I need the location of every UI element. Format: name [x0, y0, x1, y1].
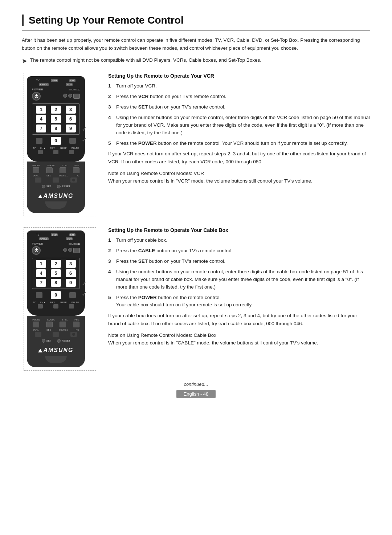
- power-circle-btn[interactable]: ⏻: [32, 92, 41, 101]
- cable-power-circle-btn[interactable]: ⏻: [32, 246, 41, 255]
- lower-btn-4[interactable]: [73, 167, 79, 173]
- cable-bottom-nav-btns: [29, 304, 83, 309]
- arrow-icon: ➤: [22, 56, 27, 66]
- dash-btn-right[interactable]: [69, 138, 76, 144]
- cable-set-circle[interactable]: [42, 339, 45, 343]
- cable-num-5[interactable]: 5: [51, 269, 61, 277]
- cable-num-8[interactable]: 8: [51, 279, 61, 287]
- cable-small-rect-btn[interactable]: [73, 248, 80, 253]
- pmode-label: PMODE: [32, 164, 40, 167]
- cable-dash-btn-left[interactable]: [36, 292, 42, 298]
- vcr-btn: VCR: [66, 83, 73, 86]
- vcr-steps-list: 1 Turn off your VCR. 2 Press the VCR but…: [108, 82, 370, 147]
- cable-check-arrow-2: ✓: [82, 291, 86, 298]
- num-0[interactable]: 0: [51, 137, 61, 145]
- bottom-nav-labels: TV CH▲ PR▼ SLEEP WBLNK: [29, 147, 83, 149]
- cable-source-label: SOURCE⊏: [69, 242, 80, 245]
- cable-step-2: 2 Press the CABLE button on your TV's re…: [108, 247, 370, 255]
- cable-stb-btn: STB: [69, 233, 76, 236]
- cable-reset-btn-group: RESET: [57, 339, 70, 343]
- cable-remote-column: TV DVD STB CABLE VCR POWER SOURCE⊏ ⏻: [22, 227, 98, 371]
- intro-paragraph: After it has been set up properly, your …: [22, 36, 370, 52]
- page-title-section: Setting Up Your Remote Control: [22, 15, 370, 30]
- cable-step-1: 1 Turn off your cable box.: [108, 237, 370, 244]
- cable-step-4: 4 Using the number buttons on your remot…: [108, 268, 370, 291]
- cable-reset-label: RESET: [62, 339, 70, 342]
- cable-num-4[interactable]: 4: [36, 269, 46, 277]
- cable-dbs-label: DBS: [46, 329, 51, 331]
- num-5[interactable]: 5: [51, 115, 61, 123]
- cable-nav-btn-3[interactable]: [69, 304, 74, 309]
- lower-mode-labels: PMODE SMODE STILL PSIZ: [29, 164, 83, 167]
- cable-num-0[interactable]: 0: [51, 291, 61, 299]
- num-7[interactable]: 7: [36, 124, 46, 132]
- cable-pmode-label: PMODE: [32, 319, 40, 321]
- step-text-2: Press the VCR button on your TV's remote…: [116, 93, 226, 101]
- nav-btn-3[interactable]: [69, 150, 74, 154]
- num-1[interactable]: 1: [36, 106, 46, 114]
- cable-wbl-nav-label: WBLNK: [71, 301, 79, 303]
- samsung-logo-container: AMSUNG: [29, 191, 83, 200]
- lower-sub-btns: [29, 177, 83, 183]
- cable-bottom-nav-labels: TV CH▲ PR▼ SLEEP WBLNK: [29, 301, 83, 303]
- nav-btn-1[interactable]: [38, 150, 43, 154]
- cable-reset-circle[interactable]: [57, 339, 61, 343]
- small-btn-1[interactable]: [63, 94, 67, 98]
- cable-check-arrow-1: ✓: [82, 280, 86, 287]
- cable-lower-sub-btn-2[interactable]: [53, 332, 59, 337]
- small-rect-btn[interactable]: [73, 94, 80, 99]
- cable-step-num-4: 4: [108, 268, 116, 291]
- cable-num-6[interactable]: 6: [66, 269, 76, 277]
- cable-lower-btn-3[interactable]: [60, 322, 66, 327]
- cable-dash-btn-right[interactable]: [69, 292, 76, 298]
- lower-btn-1[interactable]: [33, 167, 39, 173]
- cable-num-9[interactable]: 9: [66, 279, 76, 287]
- num-4[interactable]: 4: [36, 115, 46, 123]
- cable-num-7[interactable]: 7: [36, 279, 46, 287]
- cable-small-btn-2[interactable]: [68, 248, 72, 252]
- dash-btn-left[interactable]: [36, 138, 42, 144]
- cable-num-1[interactable]: 1: [36, 260, 46, 268]
- lower-sub-btn-3[interactable]: [70, 177, 77, 183]
- num-6[interactable]: 6: [66, 115, 76, 123]
- vcr-remote-wrapper: TV DVD STB CABLE VCR POWER SOURCE⊏ ⏻: [24, 73, 96, 216]
- cable-lower-sub-btn-3[interactable]: [70, 332, 77, 337]
- cable-small-btn-1[interactable]: [63, 248, 67, 252]
- step-num-5: 5: [108, 140, 116, 147]
- lower-sub-btn-2[interactable]: [53, 177, 59, 183]
- cable-lower-btn-2[interactable]: [46, 322, 53, 327]
- cable-step-text-1: Turn off your cable box.: [116, 237, 167, 244]
- set-circle[interactable]: [42, 185, 45, 188]
- cable-pc-label: PC: [76, 329, 79, 331]
- source-inner: [72, 179, 75, 181]
- cable-lower-btn-1[interactable]: [33, 322, 39, 327]
- cable-num-2[interactable]: 2: [51, 260, 61, 268]
- num-3[interactable]: 3: [66, 106, 76, 114]
- lower-btn-2[interactable]: [46, 167, 53, 173]
- cable-nav-btn-2[interactable]: [53, 304, 58, 309]
- mode-buttons-top: TV DVD STB: [29, 79, 83, 82]
- cable-lower-btn-4[interactable]: [73, 322, 79, 327]
- num-8[interactable]: 8: [51, 124, 61, 132]
- lower-sub-btn-1[interactable]: [35, 177, 41, 183]
- lower-btn-3[interactable]: [60, 167, 66, 173]
- cable-power-label-row: POWER SOURCE⊏: [29, 242, 83, 245]
- pr-nav-label: PR▼: [50, 147, 55, 149]
- cable-num-3[interactable]: 3: [66, 260, 76, 268]
- cable-nav-btn-1[interactable]: [38, 304, 43, 309]
- cable-numpad: 1 2 3 4 5 6 7 8 9: [32, 258, 80, 289]
- cable-step-num-2: 2: [108, 247, 116, 255]
- num-2[interactable]: 2: [51, 106, 61, 114]
- vcr-step-2: 2 Press the VCR button on your TV's remo…: [108, 93, 370, 101]
- vcr-section-title: Setting Up the Remote to Operate Your VC…: [108, 73, 370, 79]
- nav-btn-2[interactable]: [53, 150, 58, 154]
- cable-lower-sub-btn-1[interactable]: [35, 332, 41, 337]
- num-9[interactable]: 9: [66, 124, 76, 132]
- vcr-step-5: 5 Press the POWER button on the remote c…: [108, 140, 370, 147]
- sleep-nav-label: SLEEP: [60, 147, 66, 149]
- numpad-row-2: 4 5 6: [34, 115, 78, 123]
- cable-if-note: If your cable box does not turn on after…: [108, 312, 370, 327]
- ch-nav-label: CH▲: [40, 147, 45, 149]
- reset-circle[interactable]: [57, 185, 61, 188]
- small-btn-2[interactable]: [68, 94, 72, 98]
